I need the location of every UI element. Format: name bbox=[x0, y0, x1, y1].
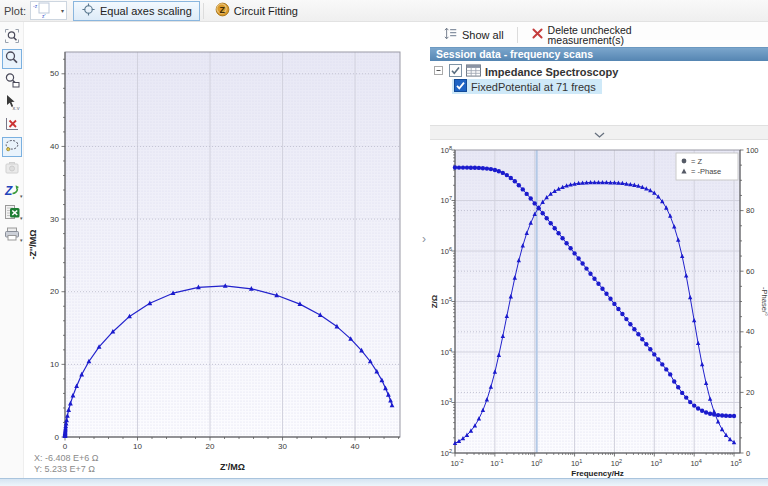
svg-text:z': z' bbox=[42, 13, 46, 19]
measurement-checkbox[interactable] bbox=[449, 64, 462, 79]
svg-text:108: 108 bbox=[441, 145, 452, 155]
screenshot-button[interactable] bbox=[2, 159, 22, 179]
print-button[interactable]: ▾ bbox=[2, 225, 22, 245]
svg-text:0: 0 bbox=[63, 442, 68, 451]
lasso-select-button[interactable] bbox=[2, 137, 22, 157]
svg-text:40: 40 bbox=[351, 442, 360, 451]
svg-text:Z'/MΩ: Z'/MΩ bbox=[220, 462, 245, 472]
svg-text:Z: Z bbox=[219, 5, 225, 15]
clear-marks-button[interactable] bbox=[2, 115, 22, 135]
svg-text:105: 105 bbox=[730, 458, 741, 468]
delete-unchecked-button[interactable]: Delete unchecked measurement(s) bbox=[525, 24, 638, 46]
svg-text:-Z''/MΩ: -Z''/MΩ bbox=[28, 230, 38, 260]
bottom-window-edge bbox=[0, 478, 768, 486]
svg-text:20: 20 bbox=[206, 442, 215, 451]
tree-item[interactable]: Impedance Spectroscopy bbox=[430, 64, 768, 79]
panel-collapse-handle[interactable]: › bbox=[419, 230, 429, 248]
tree-item-label[interactable]: FixedPotential at 71 freqs bbox=[471, 81, 596, 93]
svg-text:-Phase/°: -Phase/° bbox=[760, 287, 768, 316]
measurement-tree: Impedance Spectroscopy FixedPotential at… bbox=[430, 61, 768, 125]
svg-text:101: 101 bbox=[571, 458, 582, 468]
svg-text:30: 30 bbox=[50, 215, 59, 224]
svg-text:102: 102 bbox=[441, 448, 452, 458]
cursor-y-readout: Y: 5.233 E+7 Ω bbox=[34, 464, 99, 475]
show-all-label: Show all bbox=[462, 29, 504, 41]
svg-text:10: 10 bbox=[50, 360, 59, 369]
table-icon bbox=[466, 64, 481, 79]
zoom-fit-icon bbox=[4, 28, 20, 47]
svg-text:0: 0 bbox=[746, 449, 750, 458]
svg-text:100: 100 bbox=[531, 458, 542, 468]
svg-text:80: 80 bbox=[746, 206, 754, 215]
delete-icon bbox=[531, 27, 544, 42]
svg-text:40: 40 bbox=[746, 327, 754, 336]
data-panel: Show all Delete unchecked measurement(s)… bbox=[430, 22, 768, 478]
show-all-button[interactable]: Show all bbox=[438, 25, 510, 44]
combobox-caret-icon[interactable]: ▾ bbox=[61, 7, 64, 14]
zoom-region-icon bbox=[4, 72, 20, 91]
tree-item-label[interactable]: Impedance Spectroscopy bbox=[485, 66, 618, 78]
toolbar-separator bbox=[517, 27, 518, 43]
eis-analysis-window: Plot: -z z' ▾ Equal axes scaling bbox=[0, 0, 768, 486]
screenshot-icon bbox=[4, 160, 20, 179]
clear-marks-icon bbox=[4, 116, 20, 135]
nyquist-plot[interactable]: 01020304001020304050Z'/MΩ-Z''/MΩ bbox=[24, 22, 428, 478]
plot-type-combobox[interactable]: -z z' ▾ bbox=[30, 1, 67, 20]
cursor-x-readout: X: -6.408 E+6 Ω bbox=[34, 453, 99, 464]
circuit-fitting-icon: Z bbox=[215, 2, 230, 19]
svg-text:107: 107 bbox=[441, 195, 452, 205]
svg-text:103: 103 bbox=[651, 458, 662, 468]
measurement-checkbox[interactable] bbox=[454, 79, 467, 94]
dropdown-caret-icon[interactable]: ▾ bbox=[20, 237, 23, 243]
svg-text:Z: Z bbox=[4, 184, 13, 198]
circuit-fitting-label: Circuit Fitting bbox=[234, 5, 298, 17]
plot-tools-toolbar: x,y Z ▾ ▾ ▾ bbox=[0, 22, 24, 478]
circuit-fitting-button[interactable]: Z Circuit Fitting bbox=[207, 1, 306, 21]
zoom-icon bbox=[4, 50, 20, 69]
nyquist-panel: 01020304001020304050Z'/MΩ-Z''/MΩ X: -6.4… bbox=[24, 22, 428, 478]
svg-text:104: 104 bbox=[690, 458, 701, 468]
chevron-down-icon[interactable] bbox=[594, 124, 605, 142]
svg-text:100: 100 bbox=[746, 146, 759, 155]
data-panel-toolbar: Show all Delete unchecked measurement(s) bbox=[430, 22, 768, 47]
legend: = Z= -Phase bbox=[676, 153, 738, 180]
z-export-icon: Z bbox=[4, 182, 20, 201]
lasso-select-icon bbox=[4, 138, 20, 157]
tree-item[interactable]: FixedPotential at 71 freqs bbox=[430, 79, 768, 94]
show-all-icon bbox=[444, 26, 458, 43]
bode-plot[interactable]: 10-210-110010110210310410510210310410510… bbox=[430, 140, 768, 478]
svg-text:-z: -z bbox=[33, 3, 38, 9]
delete-unchecked-label: Delete unchecked measurement(s) bbox=[548, 25, 632, 45]
bode-panel: 10-210-110010110210310410510210310410510… bbox=[430, 140, 768, 478]
zoom-fit-button[interactable] bbox=[2, 27, 22, 47]
svg-text:Z/Ω: Z/Ω bbox=[430, 294, 439, 308]
cursor-readout: X: -6.408 E+6 Ω Y: 5.233 E+7 Ω bbox=[34, 453, 99, 475]
dropdown-caret-icon[interactable]: ▾ bbox=[20, 193, 23, 199]
toolbar-separator bbox=[203, 3, 204, 19]
z-export-button[interactable]: Z ▾ bbox=[2, 181, 22, 201]
zoom-button[interactable] bbox=[2, 49, 22, 69]
point-xy-icon: x,y bbox=[4, 94, 20, 113]
svg-text:x,y: x,y bbox=[12, 104, 19, 110]
plot-selector-label: Plot: bbox=[4, 5, 26, 17]
print-icon bbox=[4, 226, 20, 245]
point-xy-button[interactable]: x,y bbox=[2, 93, 22, 113]
equal-axes-scaling-button[interactable]: Equal axes scaling bbox=[73, 1, 200, 21]
svg-text:30: 30 bbox=[278, 442, 287, 451]
equal-axes-label: Equal axes scaling bbox=[100, 5, 192, 17]
svg-text:10: 10 bbox=[133, 442, 142, 451]
svg-text:106: 106 bbox=[441, 246, 452, 256]
svg-text:20: 20 bbox=[50, 287, 59, 296]
svg-text:104: 104 bbox=[441, 347, 452, 357]
excel-export-button[interactable]: ▾ bbox=[2, 203, 22, 223]
session-header: Session data - frequency scans bbox=[430, 47, 768, 61]
zoom-region-button[interactable] bbox=[2, 71, 22, 91]
excel-export-icon bbox=[4, 204, 20, 223]
tree-splitter[interactable] bbox=[430, 125, 768, 140]
tree-expander-icon[interactable] bbox=[434, 66, 444, 78]
svg-text:10-1: 10-1 bbox=[490, 458, 503, 468]
svg-text:105: 105 bbox=[441, 296, 452, 306]
svg-text:102: 102 bbox=[611, 458, 622, 468]
svg-text:20: 20 bbox=[746, 388, 754, 397]
dropdown-caret-icon[interactable]: ▾ bbox=[20, 215, 23, 221]
